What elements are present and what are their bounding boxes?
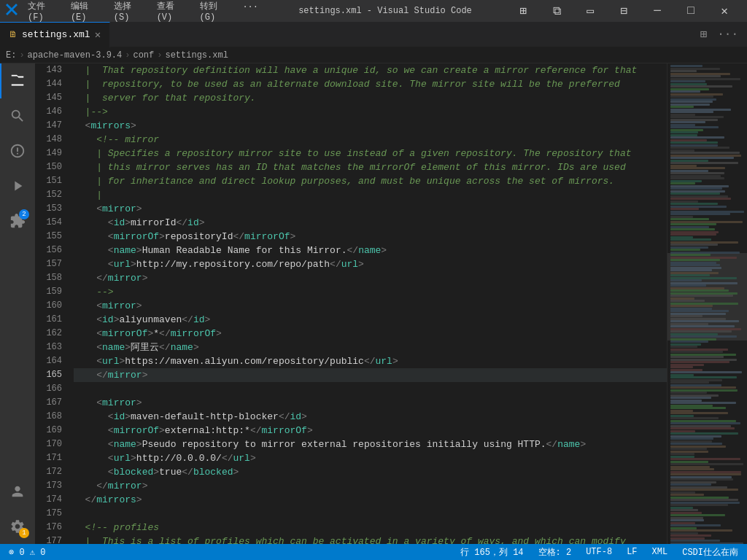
activity-search[interactable]	[0, 98, 35, 133]
minimap-line	[670, 147, 729, 149]
code-line: <mirrors>	[74, 119, 667, 133]
code-line: | for inheritance and direct lookup purp…	[74, 174, 667, 188]
code-line: <url>http://my.repository.com/repo/path<…	[74, 257, 667, 271]
activity-explorer[interactable]	[0, 63, 35, 98]
minimap-line	[670, 177, 724, 179]
code-container[interactable]: 1431441451461471481491501511521531541551…	[35, 63, 667, 544]
minimap-line	[670, 274, 710, 276]
minimap-line	[670, 407, 726, 409]
minimap-line	[670, 432, 738, 435]
status-position[interactable]: 行 165，列 14	[457, 546, 526, 559]
status-spaces[interactable]: 空格: 2	[535, 546, 575, 559]
tab-close-button[interactable]: ✕	[95, 28, 101, 41]
minimap-line	[670, 443, 722, 445]
menu-view[interactable]: 查看(V)	[151, 0, 193, 24]
split-button[interactable]: ⧉	[540, 0, 573, 22]
code-line: | That repository definition will have a…	[74, 63, 667, 77]
minimap-line	[670, 203, 718, 205]
minimap-line	[670, 392, 707, 394]
code-line: | Specifies a repository mirror site to …	[74, 147, 667, 160]
minimap-line	[670, 412, 728, 414]
menu-edit[interactable]: 编辑(E)	[65, 0, 107, 24]
status-eol[interactable]: LF	[624, 547, 640, 557]
activity-account[interactable]	[0, 474, 35, 509]
line-number: 156	[44, 244, 62, 257]
code-line: | This is a list of profiles which can b…	[74, 534, 667, 544]
code-content[interactable]: | That repository definition will have a…	[68, 63, 667, 544]
minimap-line	[670, 376, 737, 378]
minimap-line	[670, 141, 718, 144]
minimap-line	[670, 417, 719, 419]
line-number: 168	[44, 410, 62, 424]
code-line: <name>Pseudo repository to mirror extern…	[74, 438, 667, 451]
menu-goto[interactable]: 转到(G)	[194, 0, 236, 24]
more-tabs-button[interactable]: ···	[714, 26, 741, 42]
minimap-line	[670, 218, 709, 220]
activity-extensions[interactable]: 2	[0, 203, 35, 238]
layout-button[interactable]: ⊞	[506, 0, 540, 22]
line-number: 157	[44, 257, 62, 271]
status-feedback[interactable]: CSDI仕么在南	[679, 546, 741, 559]
line-number: 177	[44, 534, 62, 544]
code-line: <name>Human Readable Name for this Mirro…	[74, 244, 667, 257]
panel-button[interactable]: ▭	[573, 0, 607, 22]
code-line: </mirror>	[74, 479, 667, 493]
statusbar-left: ⊗ 0 ⚠ 0	[6, 547, 48, 558]
minimap	[667, 63, 747, 544]
minimap-line	[670, 101, 713, 103]
code-editor[interactable]: 1431441451461471481491501511521531541551…	[35, 63, 667, 544]
menu-more[interactable]: ...	[236, 0, 264, 24]
minimap-line	[670, 213, 730, 215]
code-line: <!-- profiles	[74, 521, 667, 534]
tab-settings-xml[interactable]: 🗎 settings.xml ✕	[0, 22, 110, 47]
activity-run[interactable]	[0, 168, 35, 203]
minimap-line	[670, 167, 725, 169]
app-icon	[6, 4, 18, 18]
minimap-line	[670, 182, 695, 184]
line-number: 166	[44, 382, 62, 396]
status-encoding[interactable]: UTF-8	[583, 547, 615, 557]
minimap-line	[670, 126, 719, 128]
code-line	[74, 382, 667, 396]
minimap-line	[670, 458, 740, 460]
line-number: 167	[44, 396, 62, 410]
line-number: 171	[44, 451, 62, 465]
minimap-line	[670, 438, 713, 440]
maximize-button[interactable]: □	[674, 0, 708, 22]
minimap-line	[670, 157, 734, 159]
menu-file[interactable]: 文件(F)	[22, 0, 63, 24]
minimap-line	[670, 346, 697, 348]
code-line: <mirror>	[74, 396, 667, 410]
code-line: <url>http://0.0.0.0/</url>	[74, 451, 667, 465]
minimap-line	[670, 162, 738, 164]
line-number: 169	[44, 424, 62, 438]
grid-button[interactable]: ⊟	[607, 0, 640, 22]
breadcrumb: E: › apache-maven-3.9.4 › conf › setting…	[0, 47, 747, 63]
code-line: | server for that repository.	[74, 91, 667, 105]
breadcrumb-conf[interactable]: conf	[133, 50, 154, 61]
status-language[interactable]: XML	[649, 547, 671, 557]
minimap-line	[670, 356, 724, 358]
activity-settings[interactable]: 1	[0, 509, 35, 544]
menu-select[interactable]: 选择(S)	[108, 0, 150, 24]
minimap-line	[670, 192, 720, 195]
breadcrumb-file[interactable]: settings.xml	[165, 50, 228, 61]
minimap-line	[670, 70, 697, 72]
minimap-line	[670, 341, 708, 343]
code-line: <mirror>	[74, 299, 667, 313]
minimap-line	[670, 529, 732, 532]
split-editor-button[interactable]: ⊞	[697, 26, 711, 43]
status-errors[interactable]: ⊗ 0 ⚠ 0	[6, 547, 48, 558]
minimap-line	[670, 478, 733, 481]
minimize-button[interactable]: ─	[640, 0, 674, 22]
line-number: 172	[44, 465, 62, 479]
line-number: 143	[44, 63, 62, 77]
close-button[interactable]: ✕	[708, 0, 741, 22]
minimap-line	[670, 361, 729, 363]
line-number: 162	[44, 327, 62, 341]
activity-git[interactable]	[0, 133, 35, 168]
minimap-line	[670, 325, 735, 327]
minimap-line	[670, 198, 731, 200]
breadcrumb-drive[interactable]: E:	[6, 50, 16, 61]
breadcrumb-maven[interactable]: apache-maven-3.9.4	[28, 50, 123, 61]
